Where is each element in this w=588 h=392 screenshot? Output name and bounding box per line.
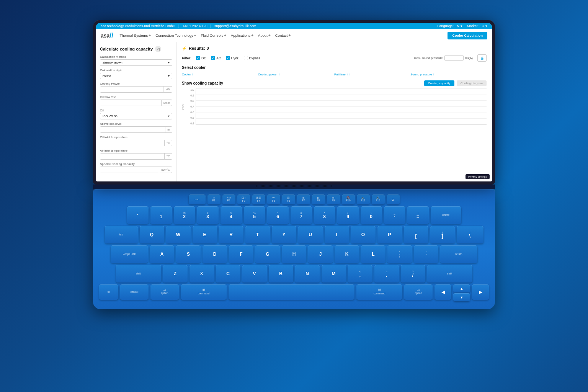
key-bracket-right[interactable]: } ] — [430, 226, 455, 243]
key-4[interactable]: $ 4 — [220, 206, 242, 224]
key-k[interactable]: K — [335, 245, 359, 263]
key-bracket-left[interactable]: { [ — [404, 226, 428, 243]
key-shift-right[interactable]: shift — [427, 265, 472, 283]
key-f5[interactable]: ⬅ F5 — [267, 194, 280, 204]
key-j[interactable]: J — [308, 245, 333, 263]
key-semicolon[interactable]: " ; — [387, 245, 412, 263]
table-col-cooler[interactable]: Cooler ↑ — [182, 73, 258, 76]
key-u[interactable]: U — [298, 226, 323, 243]
key-f[interactable]: F — [229, 245, 253, 263]
key-f4[interactable]: ⊞⊞ F4 — [252, 194, 265, 204]
key-x[interactable]: X — [189, 265, 214, 283]
key-z[interactable]: Z — [163, 265, 188, 283]
filter-hydr[interactable]: ✓ Hydr. — [226, 56, 239, 60]
key-o[interactable]: O — [351, 226, 376, 243]
key-f9[interactable]: ⏭ F9 — [327, 194, 340, 204]
air-inlet-input[interactable] — [100, 154, 164, 159]
key-arrow-right[interactable]: ▶ — [472, 284, 489, 300]
key-backslash[interactable]: | \ — [457, 226, 483, 243]
key-comma[interactable]: < , — [348, 265, 372, 283]
key-n[interactable]: N — [295, 265, 320, 283]
market-selector[interactable]: Market: EU ▾ — [467, 24, 487, 28]
key-period[interactable]: > . — [374, 265, 399, 283]
above-sea-input[interactable] — [100, 127, 165, 132]
sound-pressure-input[interactable] — [444, 55, 464, 61]
key-equals[interactable]: + = — [407, 206, 429, 224]
table-col-fulfillment[interactable]: Fulfillment ↑ — [334, 73, 410, 76]
key-arrow-left[interactable]: ◀ — [434, 284, 451, 300]
key-t[interactable]: T — [245, 226, 270, 243]
key-command-right[interactable]: ⌘ command — [356, 284, 402, 300]
oil-flow-input[interactable] — [100, 100, 161, 106]
key-f10[interactable]: 🔇 F10 — [342, 194, 355, 204]
back-button[interactable]: ◁ — [155, 46, 161, 52]
cooler-calculation-button[interactable]: Cooler Calculation — [448, 32, 487, 39]
key-command-left[interactable]: ⌘ command — [181, 284, 227, 300]
key-w[interactable]: W — [166, 226, 191, 243]
key-arrow-down[interactable]: ▼ — [453, 293, 470, 301]
key-quote[interactable]: " ' — [414, 245, 438, 263]
nav-connection-technology[interactable]: Connection Technology + — [155, 33, 196, 38]
key-y[interactable]: Y — [272, 226, 296, 243]
filter-ac[interactable]: ✓ AC — [211, 56, 221, 60]
oil-inlet-input[interactable] — [100, 140, 164, 146]
specific-cooling-input[interactable] — [100, 167, 159, 173]
logo[interactable]: asa // — [101, 31, 113, 39]
key-fn-bottom[interactable]: fn — [99, 284, 118, 300]
language-selector[interactable]: Language: EN ▾ — [437, 24, 462, 28]
key-f7[interactable]: ⏮ F7 — [297, 194, 310, 204]
key-minus[interactable]: _ - — [384, 206, 405, 224]
cooling-power-input[interactable] — [100, 87, 163, 92]
key-i[interactable]: I — [325, 226, 349, 243]
key-r[interactable]: R — [219, 226, 243, 243]
key-v[interactable]: V — [242, 265, 267, 283]
print-button[interactable]: 🖨 — [477, 54, 487, 62]
cooling-capacity-button[interactable]: Cooling capacity — [424, 80, 454, 86]
key-0[interactable]: ) 0 — [361, 206, 382, 224]
bypass-checkbox[interactable] — [244, 56, 248, 60]
key-c[interactable]: C — [216, 265, 240, 283]
key-2[interactable]: @ 2 — [174, 206, 195, 224]
key-6[interactable]: ^ 6 — [267, 206, 289, 224]
key-1[interactable]: ! 1 — [150, 206, 172, 224]
key-l[interactable]: L — [361, 245, 385, 263]
key-e[interactable]: E — [193, 226, 217, 243]
key-arrow-up[interactable]: ▲ — [453, 284, 470, 292]
table-col-cooling-power[interactable]: Cooling power ↑ — [258, 73, 334, 76]
key-slash[interactable]: ? / — [401, 265, 425, 283]
key-3[interactable]: # 3 — [197, 206, 219, 224]
key-m[interactable]: M — [322, 265, 346, 283]
nav-thermal-systems[interactable]: Thermal Systems + — [119, 33, 151, 38]
key-d[interactable]: D — [203, 245, 227, 263]
key-h[interactable]: H — [282, 245, 306, 263]
key-caps-lock[interactable]: • caps lock — [111, 245, 148, 263]
key-a[interactable]: A — [150, 245, 174, 263]
dc-checkbox[interactable]: ✓ — [196, 56, 200, 60]
key-f3[interactable]: ⊡↑ F3 — [237, 194, 250, 204]
key-b[interactable]: B — [269, 265, 293, 283]
key-return[interactable]: return — [440, 245, 477, 263]
key-option-left[interactable]: alt option — [150, 284, 179, 300]
nav-applications[interactable]: Applications + — [231, 33, 253, 38]
key-p[interactable]: P — [377, 226, 402, 243]
key-f11[interactable]: 🔉 F11 — [357, 194, 370, 204]
calc-style-select[interactable]: metric ▾ — [100, 73, 172, 79]
key-option-right[interactable]: alt option — [404, 284, 433, 300]
key-f12[interactable]: 🔊 F12 — [372, 194, 385, 204]
key-q[interactable]: Q — [140, 226, 164, 243]
key-f8[interactable]: ⏯ F8 — [312, 194, 325, 204]
nav-contact[interactable]: Contact + — [275, 33, 291, 38]
table-col-sound-pressure[interactable]: Sound pressure ↑ — [410, 73, 487, 76]
hydr-checkbox[interactable]: ✓ — [226, 56, 230, 60]
key-f2[interactable]: ☀☀ F2 — [222, 194, 235, 204]
cooling-diagram-button[interactable]: Cooling diagram — [457, 80, 487, 86]
key-g[interactable]: G — [255, 245, 280, 263]
filter-bypass[interactable]: Bypass — [244, 56, 261, 60]
nav-about[interactable]: About + — [258, 33, 271, 38]
key-shift-left[interactable]: shift — [116, 265, 161, 283]
key-delete[interactable]: delete — [431, 206, 461, 224]
key-8[interactable]: * 8 — [314, 206, 335, 224]
key-esc[interactable]: esc — [189, 194, 206, 204]
calc-method-select[interactable]: already known ▾ — [100, 59, 172, 66]
ac-checkbox[interactable]: ✓ — [211, 56, 215, 60]
